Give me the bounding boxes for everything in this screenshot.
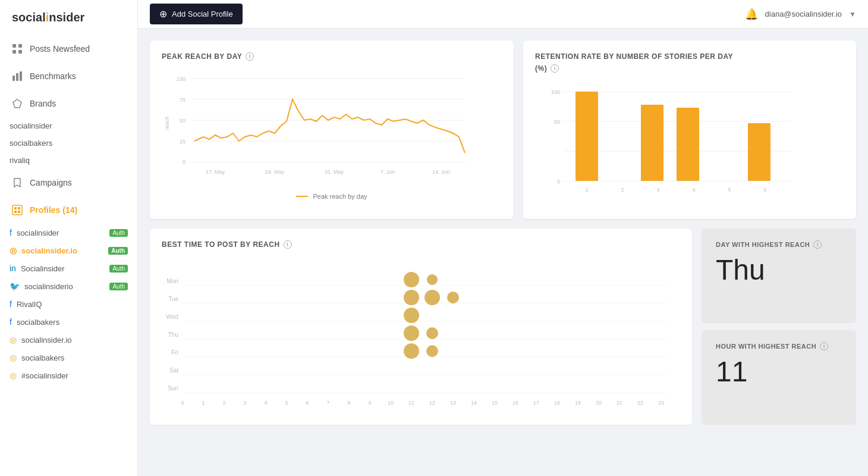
facebook-icon: f: [10, 299, 12, 309]
bubble: [447, 292, 459, 303]
svg-text:4: 4: [264, 400, 267, 406]
svg-rect-8: [12, 205, 22, 215]
sidebar-item-campaigns[interactable]: Campaigns: [0, 169, 137, 196]
svg-text:19: 19: [575, 400, 581, 406]
profile-name: socialbakers: [17, 318, 59, 327]
profile-item-fb-socialbakers[interactable]: f socialbakers: [0, 313, 137, 331]
logo-text: socialinsider: [12, 11, 84, 24]
topbar: ⊕ Add Social Profile 🔔 diana@socialinsid…: [138, 0, 868, 29]
brand-name: rivaliq: [10, 156, 30, 165]
svg-text:Fri: Fri: [171, 349, 178, 356]
user-menu-chevron-icon[interactable]: ▼: [849, 10, 856, 18]
svg-rect-38: [677, 108, 699, 181]
profile-name: socialinsider.io: [21, 246, 77, 255]
retention-info-icon[interactable]: i: [551, 64, 559, 73]
bubble-chart-container: Mon Tue Wed Thu Fri Sat Sun: [162, 256, 680, 413]
sidebar-item-brands[interactable]: Brands: [0, 90, 137, 117]
svg-text:reach: reach: [164, 117, 170, 130]
profile-item-ig-hashtag[interactable]: ◎ #socialinsider: [0, 367, 137, 384]
svg-text:100: 100: [551, 89, 560, 95]
svg-text:11: 11: [408, 400, 414, 406]
instagram-icon: ◎: [10, 335, 17, 345]
auth-badge: Auth: [109, 265, 128, 273]
svg-rect-36: [575, 92, 598, 181]
svg-text:14: 14: [471, 400, 477, 406]
svg-text:Mon: Mon: [167, 278, 178, 284]
bubble: [424, 290, 440, 305]
svg-text:75: 75: [180, 97, 185, 103]
svg-text:2: 2: [222, 400, 225, 406]
campaigns-label: Campaigns: [30, 178, 72, 187]
line-chart-svg: 100 75 50 25 0 reach 17. May 24. May 31.…: [162, 67, 471, 186]
retention-bar-chart: 100 50 0: [535, 80, 844, 207]
hour-highest-reach-value: 11: [716, 358, 842, 386]
sidebar-item-profiles[interactable]: Profiles (14): [0, 196, 137, 224]
charts-row-2: BEST TIME TO POST BY REACH i Mon Tue Wed…: [150, 228, 856, 425]
svg-rect-0: [12, 44, 16, 48]
bubble: [404, 325, 419, 341]
svg-text:31. May: 31. May: [325, 169, 344, 175]
peak-reach-info-icon[interactable]: i: [246, 52, 254, 61]
svg-text:7: 7: [326, 400, 329, 406]
svg-rect-6: [20, 71, 22, 81]
benchmarks-label: Benchmarks: [30, 71, 76, 81]
profile-item-ig-socialbakers[interactable]: ◎ socialbakers: [0, 349, 137, 367]
hour-highest-reach-label: HOUR WITH HIGHEST REACH i: [716, 342, 842, 350]
svg-rect-5: [16, 73, 18, 81]
add-social-profile-button[interactable]: ⊕ Add Social Profile: [150, 4, 243, 24]
peak-reach-title: PEAK REACH BY DAY i: [162, 52, 502, 61]
retention-rate-card: RETENTION RATE BY NUMBER OF STORIES PER …: [523, 40, 856, 219]
profile-item-tw-socialinsiderio[interactable]: 🐦 socialinsiderio Auth: [0, 277, 137, 295]
hour-highest-reach-card: HOUR WITH HIGHEST REACH i 11: [702, 330, 856, 425]
svg-text:0: 0: [181, 400, 184, 406]
svg-rect-9: [14, 207, 17, 209]
sidebar: socialinsider Posts Newsfeed Benchmarks …: [0, 0, 138, 476]
profile-name: socialbakers: [21, 353, 64, 362]
profile-item-fb-rivaliq[interactable]: f RivalIQ: [0, 295, 137, 313]
svg-text:5: 5: [728, 187, 731, 193]
bookmark-icon: [12, 177, 23, 188]
day-highest-reach-card: DAY WITH HIGHEST REACH i Thu: [702, 228, 856, 323]
sidebar-item-benchmarks[interactable]: Benchmarks: [0, 62, 137, 90]
plus-icon: ⊕: [159, 8, 167, 20]
svg-rect-10: [18, 207, 20, 209]
svg-text:Sat: Sat: [169, 367, 178, 374]
brand-item-rivaliq[interactable]: rivaliq: [0, 152, 137, 169]
svg-text:13: 13: [450, 400, 456, 406]
auth-badge: Auth: [108, 247, 128, 255]
auth-badge: Auth: [109, 229, 128, 237]
side-stats: DAY WITH HIGHEST REACH i Thu HOUR WITH H…: [702, 228, 856, 425]
svg-text:2: 2: [621, 187, 624, 193]
svg-text:0: 0: [557, 178, 560, 184]
best-time-info-icon[interactable]: i: [284, 240, 292, 249]
profile-name: socialinsider.io: [21, 336, 72, 345]
bubble: [404, 308, 419, 323]
sidebar-item-posts-newsfeed[interactable]: Posts Newsfeed: [0, 35, 137, 62]
brand-item-socialbakers[interactable]: socialbakers: [0, 134, 137, 152]
user-email: diana@socialinsider.io: [765, 10, 842, 18]
instagram-icon: ◎: [10, 371, 17, 380]
profile-item-li-socialinsider[interactable]: in Socialinsider Auth: [0, 259, 137, 277]
profile-item-ig-socialinsider-io[interactable]: ◎ socialinsider.io Auth: [0, 242, 137, 259]
day-reach-info-icon[interactable]: i: [813, 240, 822, 249]
svg-text:Wed: Wed: [166, 314, 178, 320]
profile-name: RivalIQ: [17, 300, 42, 309]
svg-text:5: 5: [285, 400, 288, 406]
hour-reach-info-icon[interactable]: i: [820, 342, 828, 350]
profile-item-ig-socialinsider-io-2[interactable]: ◎ socialinsider.io: [0, 331, 137, 349]
logo: socialinsider: [0, 0, 137, 35]
instagram-icon: ◎: [10, 353, 17, 362]
topbar-right: 🔔 diana@socialinsider.io ▼: [745, 8, 856, 21]
diamond-icon: [12, 98, 23, 109]
svg-text:17. May: 17. May: [206, 169, 225, 175]
notification-bell-icon[interactable]: 🔔: [745, 8, 758, 21]
retention-title: RETENTION RATE BY NUMBER OF STORIES PER …: [535, 52, 844, 61]
profile-name: socialinsider: [17, 228, 59, 237]
brand-item-socialinsider[interactable]: socialinsider: [0, 117, 137, 134]
svg-text:21: 21: [617, 400, 622, 406]
svg-text:6: 6: [306, 400, 309, 406]
legend-label: Peak reach by day: [313, 193, 367, 200]
profile-item-fb-socialinsider[interactable]: f socialinsider Auth: [0, 224, 137, 242]
grid-icon: [12, 43, 23, 54]
auth-badge: Auth: [109, 283, 128, 290]
